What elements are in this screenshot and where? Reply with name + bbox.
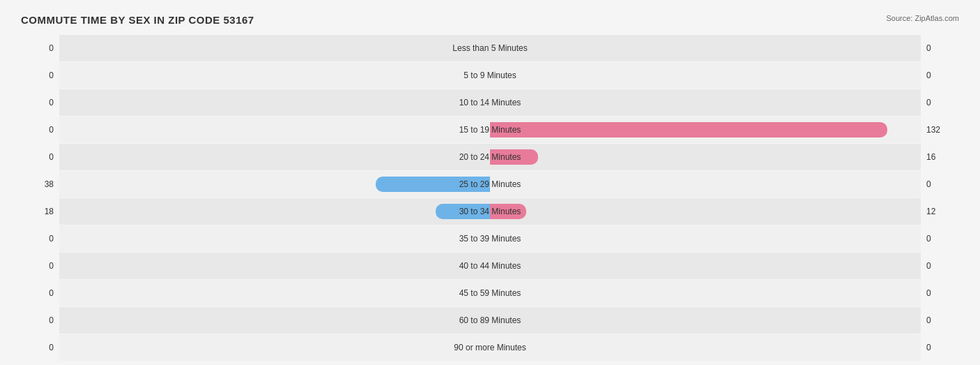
female-value: 0 <box>921 343 959 352</box>
row-label: 10 to 14 Minutes <box>459 98 521 107</box>
bar-section: 5 to 9 Minutes <box>59 62 921 89</box>
chart-row: 0Less than 5 Minutes0 <box>21 35 959 61</box>
male-value: 0 <box>21 125 59 135</box>
male-value: 18 <box>21 207 59 216</box>
female-value: 0 <box>921 70 959 80</box>
chart-row: 035 to 39 Minutes0 <box>21 225 959 252</box>
chart-row: 060 to 89 Minutes0 <box>21 307 959 334</box>
row-label: 45 to 59 Minutes <box>459 288 521 298</box>
female-value: 0 <box>921 288 959 298</box>
source-label: Source: ZipAtlas.com <box>886 14 959 22</box>
female-bar <box>490 204 526 219</box>
chart-row: 3825 to 29 Minutes0 <box>21 171 959 198</box>
row-label: 90 or more Minutes <box>454 343 526 352</box>
male-value: 38 <box>21 179 59 189</box>
row-label: 5 to 9 Minutes <box>464 70 516 80</box>
female-value: 0 <box>921 315 959 325</box>
female-value: 132 <box>921 125 959 135</box>
male-bar <box>436 204 490 219</box>
bar-section: 20 to 24 Minutes <box>59 144 921 170</box>
male-bar <box>376 177 490 192</box>
female-value: 12 <box>921 207 959 216</box>
bar-section: 30 to 34 Minutes <box>59 198 921 225</box>
chart-row: 010 to 14 Minutes0 <box>21 89 959 116</box>
bar-section: 25 to 29 Minutes <box>59 171 921 198</box>
male-value: 0 <box>21 234 59 244</box>
row-label: 60 to 89 Minutes <box>459 315 521 325</box>
bar-section: 45 to 59 Minutes <box>59 280 921 306</box>
chart-body: 0Less than 5 Minutes005 to 9 Minutes0010… <box>21 35 959 361</box>
female-value: 0 <box>921 98 959 107</box>
female-value: 0 <box>921 234 959 244</box>
chart-row: 045 to 59 Minutes0 <box>21 280 959 306</box>
bar-section: 10 to 14 Minutes <box>59 89 921 116</box>
male-value: 0 <box>21 343 59 352</box>
chart-title: COMMUTE TIME BY SEX IN ZIP CODE 53167 <box>21 14 254 26</box>
female-value: 16 <box>921 152 959 162</box>
row-label: 35 to 39 Minutes <box>459 234 521 244</box>
row-label: Less than 5 Minutes <box>452 43 527 53</box>
bar-section: 15 to 19 Minutes <box>59 117 921 143</box>
female-bar <box>490 149 538 165</box>
bar-section: 60 to 89 Minutes <box>59 307 921 334</box>
bar-section: Less than 5 Minutes <box>59 35 921 61</box>
male-value: 0 <box>21 261 59 271</box>
male-value: 0 <box>21 98 59 107</box>
female-value: 0 <box>921 179 959 189</box>
chart-row: 05 to 9 Minutes0 <box>21 62 959 89</box>
chart-row: 015 to 19 Minutes132 <box>21 117 959 143</box>
chart-row: 1830 to 34 Minutes12 <box>21 198 959 225</box>
row-label: 40 to 44 Minutes <box>459 261 521 271</box>
male-value: 0 <box>21 43 59 53</box>
male-value: 0 <box>21 70 59 80</box>
female-value: 0 <box>921 43 959 53</box>
bar-section: 35 to 39 Minutes <box>59 225 921 252</box>
male-value: 0 <box>21 152 59 162</box>
female-value: 0 <box>921 261 959 271</box>
female-bar <box>490 122 887 137</box>
male-value: 0 <box>21 315 59 325</box>
chart-row: 040 to 44 Minutes0 <box>21 253 959 279</box>
chart-row: 090 or more Minutes0 <box>21 334 959 361</box>
bar-section: 90 or more Minutes <box>59 334 921 361</box>
bar-section: 40 to 44 Minutes <box>59 253 921 279</box>
male-value: 0 <box>21 288 59 298</box>
chart-row: 020 to 24 Minutes16 <box>21 144 959 170</box>
